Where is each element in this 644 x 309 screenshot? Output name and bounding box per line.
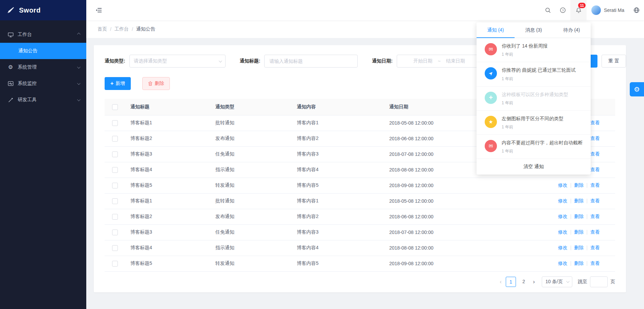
cell-type: 批转通知 xyxy=(210,115,291,131)
filter-title: 通知标题: xyxy=(240,55,358,68)
edit-link[interactable]: 修改 xyxy=(558,229,568,235)
gear-icon: ⚙ xyxy=(7,65,14,70)
cell-content: 博客内容3 xyxy=(291,224,384,240)
table-row: 博客标题5 转发通知 博客内容5 2018-09-08 12:00:00 修改|… xyxy=(105,178,615,193)
add-button[interactable]: + 新增 xyxy=(105,77,131,90)
sidebar-item-dev-tools[interactable]: 研发工具 xyxy=(0,92,86,108)
cell-title: 博客标题3 xyxy=(125,224,210,240)
next-page-icon[interactable]: › xyxy=(532,279,536,285)
delete-link[interactable]: 删除 xyxy=(574,229,584,235)
list-item[interactable]: + 这种模板可以区分多种通知类型 1 年前 xyxy=(477,87,591,111)
page-size-select[interactable]: 10 条/页 xyxy=(542,276,572,287)
page-unit-label: 页 xyxy=(610,279,615,285)
user-menu[interactable]: Serati Ma xyxy=(587,0,629,20)
delete-link[interactable]: 删除 xyxy=(574,260,584,266)
list-item[interactable]: ➤ 你推荐的 曲妮妮 已通过第三轮面试 1 年前 xyxy=(477,62,591,86)
edit-link[interactable]: 修改 xyxy=(558,182,568,188)
app-logo[interactable]: Sword xyxy=(0,0,86,20)
type-label: 通知类型: xyxy=(105,58,125,64)
delete-link[interactable]: 删除 xyxy=(574,198,584,203)
view-link[interactable]: 查看 xyxy=(590,167,600,172)
delete-link[interactable]: 删除 xyxy=(574,214,584,219)
view-link[interactable]: 查看 xyxy=(590,151,600,157)
trash-icon xyxy=(148,81,153,86)
bell-icon[interactable]: 11 xyxy=(570,0,587,20)
page-1[interactable]: 1 xyxy=(506,277,516,287)
row-checkbox[interactable] xyxy=(112,230,118,235)
chevron-down-icon xyxy=(566,279,570,283)
row-checkbox[interactable] xyxy=(112,261,118,267)
breadcrumb-workbench[interactable]: 工作台 xyxy=(114,26,129,32)
edit-link[interactable]: 修改 xyxy=(558,245,568,250)
row-checkbox[interactable] xyxy=(112,151,118,157)
row-checkbox[interactable] xyxy=(112,183,118,188)
list-item[interactable]: ★ 左侧图标用于区分不同的类型 1 年前 xyxy=(477,111,591,135)
cell-title: 博客标题3 xyxy=(125,146,210,162)
view-link[interactable]: 查看 xyxy=(590,245,600,250)
view-link[interactable]: 查看 xyxy=(590,135,600,141)
sidebar-item-system-management[interactable]: ⚙ 系统管理 xyxy=(0,59,86,75)
view-link[interactable]: 查看 xyxy=(590,120,600,125)
row-checkbox[interactable] xyxy=(112,167,118,173)
sidebar-item-workbench[interactable]: 工作台 xyxy=(0,26,86,43)
row-checkbox[interactable] xyxy=(112,120,118,126)
cell-title: 博客标题1 xyxy=(125,115,210,131)
sidebar: Sword 工作台 通知公告 ⚙ 系统管理 系统监控 xyxy=(0,0,86,309)
search-icon[interactable] xyxy=(540,0,555,20)
edit-link[interactable]: 修改 xyxy=(558,198,568,203)
sidebar-item-system-monitor[interactable]: 系统监控 xyxy=(0,75,86,92)
settings-gear-button[interactable]: ⚙ xyxy=(630,82,644,96)
delete-button[interactable]: 删除 xyxy=(142,77,170,90)
row-checkbox[interactable] xyxy=(112,198,118,204)
notice-type-select[interactable]: 请选择通知类型 xyxy=(129,55,226,68)
row-checkbox[interactable] xyxy=(112,245,118,251)
prev-page-icon[interactable]: ‹ xyxy=(498,279,503,285)
cell-type: 转发通知 xyxy=(210,178,291,193)
tab-todos[interactable]: 待办 (4) xyxy=(553,22,591,38)
date-range-picker[interactable]: 开始日期 ~ 结束日期 xyxy=(397,55,482,68)
view-link[interactable]: 查看 xyxy=(590,214,600,219)
view-link[interactable]: 查看 xyxy=(590,229,600,235)
edit-link[interactable]: 修改 xyxy=(558,260,568,266)
page-2[interactable]: 2 xyxy=(519,277,529,287)
star-icon: ★ xyxy=(485,116,497,128)
delete-link[interactable]: 删除 xyxy=(574,245,584,250)
reset-button[interactable]: 重 置 xyxy=(602,55,626,68)
filter-date: 通知日期: 开始日期 ~ 结束日期 xyxy=(372,55,482,68)
breadcrumb-home[interactable]: 首页 xyxy=(97,26,107,32)
table-row: 博客标题2 发布通知 博客内容2 2018-06-08 12:00:00 修改|… xyxy=(105,209,615,224)
breadcrumb-current: 通知公告 xyxy=(136,26,155,32)
notice-title-input[interactable] xyxy=(269,58,353,64)
sidebar-item-notice[interactable]: 通知公告 xyxy=(0,43,86,59)
notification-title: 这种模板可以区分多种通知类型 xyxy=(502,91,584,98)
delete-link[interactable]: 删除 xyxy=(574,182,584,188)
globe-icon[interactable] xyxy=(629,0,644,20)
notification-time: 1 年前 xyxy=(502,124,584,130)
view-link[interactable]: 查看 xyxy=(590,260,600,266)
help-icon[interactable]: ? xyxy=(555,0,570,20)
list-item[interactable]: ✉ 你收到了 14 份新周报 1 年前 xyxy=(477,38,591,62)
list-item[interactable]: ✉ 内容不要超过两行字，超出时自动截断 1 年前 xyxy=(477,135,591,159)
notification-time: 1 年前 xyxy=(502,100,584,106)
tab-notifications[interactable]: 通知 (4) xyxy=(477,22,515,38)
gear-icon: ⚙ xyxy=(634,85,640,93)
tab-messages[interactable]: 消息 (3) xyxy=(515,22,553,38)
clear-notifications-button[interactable]: 清空 通知 xyxy=(477,159,591,175)
user-name: Serati Ma xyxy=(604,7,624,13)
jump-page-input[interactable] xyxy=(590,276,608,287)
row-checkbox[interactable] xyxy=(112,214,118,220)
table-row: 博客标题3 任免通知 博客内容3 2018-07-08 12:00:00 修改|… xyxy=(105,224,615,240)
cell-type: 发布通知 xyxy=(210,209,291,224)
cell-content: 博客内容5 xyxy=(291,256,384,271)
column-title: 通知标题 xyxy=(125,99,210,115)
view-link[interactable]: 查看 xyxy=(590,198,600,203)
cell-title: 博客标题4 xyxy=(125,240,210,256)
menu-fold-button[interactable] xyxy=(94,5,104,15)
row-checkbox[interactable] xyxy=(112,136,118,142)
chevron-down-icon xyxy=(77,81,80,85)
edit-link[interactable]: 修改 xyxy=(558,214,568,219)
chevron-down-icon xyxy=(77,65,80,69)
pagination: ‹ 1 2 › 10 条/页 跳至 页 xyxy=(105,276,615,287)
select-all-checkbox[interactable] xyxy=(112,104,118,110)
view-link[interactable]: 查看 xyxy=(590,182,600,188)
